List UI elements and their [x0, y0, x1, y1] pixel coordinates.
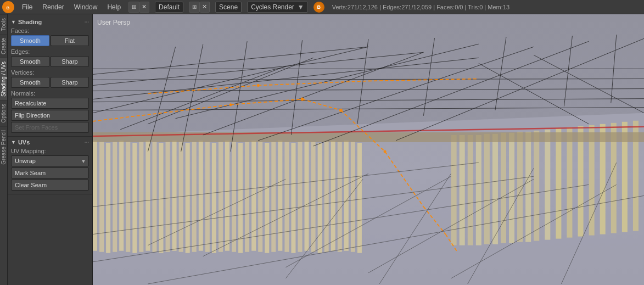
scene-icon-btn[interactable]: ⊞: [189, 2, 200, 13]
svg-point-105: [339, 109, 343, 112]
faces-btn-row: Smooth Flat: [11, 35, 89, 46]
menu-help[interactable]: Help: [103, 2, 125, 12]
faces-label: Faces:: [11, 27, 89, 34]
svg-rect-33: [284, 142, 289, 252]
svg-rect-39: [324, 142, 329, 252]
svg-rect-46: [460, 135, 465, 245]
svg-rect-57: [556, 128, 561, 239]
svg-rect-9: [126, 142, 130, 252]
svg-point-107: [229, 103, 232, 106]
svg-rect-36: [305, 141, 309, 251]
recalculate-btn[interactable]: Recalculate: [11, 98, 89, 109]
menu-window[interactable]: Window: [70, 2, 102, 12]
edges-label: Edges:: [11, 48, 89, 55]
svg-rect-13: [152, 142, 156, 252]
tab-tools[interactable]: Tools: [0, 14, 7, 34]
workspace-selector[interactable]: Default: [155, 2, 183, 13]
shading-section-header[interactable]: ▼ Shading ···: [11, 19, 89, 25]
set-from-faces-btn: Set From Faces: [11, 122, 89, 133]
svg-rect-28: [251, 141, 256, 251]
main-layout: Tools Create Shading / UVs Options Greas…: [0, 14, 644, 285]
svg-rect-52: [509, 133, 514, 243]
menu-file[interactable]: File: [18, 2, 37, 12]
svg-rect-25: [232, 142, 236, 252]
clear-seam-btn[interactable]: Clear Seam: [11, 180, 89, 191]
scene-selector[interactable]: Scene: [215, 2, 242, 13]
svg-rect-49: [484, 134, 490, 244]
svg-rect-32: [278, 141, 282, 251]
mark-seam-btn[interactable]: Mark Seam: [11, 167, 89, 178]
workspace-close-btn[interactable]: ✕: [139, 2, 149, 13]
tab-grease-pencil[interactable]: Grease Pencil: [0, 126, 7, 168]
svg-rect-37: [311, 142, 316, 252]
svg-rect-43: [351, 142, 355, 252]
svg-rect-48: [476, 135, 481, 245]
svg-rect-58: [567, 127, 572, 238]
unwrap-dropdown[interactable]: Unwrap ▼: [11, 155, 89, 166]
top-bar: B File Render Window Help ⊞ ✕ Default ⊞ …: [0, 0, 644, 14]
uv-mapping-label: UV Mapping:: [11, 148, 89, 154]
svg-point-108: [257, 84, 260, 87]
svg-point-106: [384, 150, 387, 153]
edges-sharp-btn[interactable]: Sharp: [51, 56, 89, 67]
svg-rect-42: [344, 141, 349, 251]
vertices-btn-row: Smooth Sharp: [11, 77, 89, 88]
svg-rect-19: [192, 142, 197, 252]
blender-logo[interactable]: B: [2, 1, 14, 13]
viewport-scene: [93, 14, 644, 285]
uvs-title: UVs: [18, 139, 30, 146]
svg-rect-45: [451, 135, 457, 245]
vertices-smooth-btn[interactable]: Smooth: [11, 77, 49, 88]
workspace-grid-btn[interactable]: ⊞: [128, 2, 139, 13]
svg-rect-18: [186, 143, 190, 253]
svg-rect-41: [338, 142, 342, 252]
shading-section: ▼ Shading ··· Faces: Smooth Flat Edges: …: [8, 16, 92, 137]
edges-btn-row: Smooth Sharp: [11, 56, 89, 67]
faces-flat-btn[interactable]: Flat: [51, 35, 89, 46]
svg-rect-26: [238, 143, 243, 253]
blender-icon-small: B: [313, 2, 324, 13]
svg-rect-15: [166, 142, 170, 252]
svg-rect-22: [212, 143, 216, 253]
normals-label: Normals:: [11, 90, 89, 97]
svg-rect-65: [93, 132, 644, 142]
vertices-sharp-btn[interactable]: Sharp: [51, 77, 89, 88]
left-tabs: Tools Create Shading / UVs Options Greas…: [0, 14, 8, 285]
tab-create[interactable]: Create: [0, 34, 7, 58]
viewport-label: User Persp: [97, 19, 130, 26]
svg-rect-10: [132, 143, 137, 253]
svg-rect-47: [468, 135, 473, 245]
render-engine-selector[interactable]: Cycles Render ▼: [247, 2, 308, 13]
svg-rect-11: [139, 142, 143, 252]
unwrap-dropdown-arrow: ▼: [81, 158, 86, 164]
svg-rect-40: [331, 141, 335, 251]
svg-rect-34: [291, 143, 295, 253]
svg-rect-14: [159, 143, 163, 253]
edges-smooth-btn[interactable]: Smooth: [11, 56, 49, 67]
svg-rect-55: [534, 131, 539, 241]
viewport-3d[interactable]: User Persp: [93, 14, 644, 285]
svg-rect-24: [225, 141, 229, 251]
faces-smooth-btn[interactable]: Smooth: [11, 35, 49, 46]
tab-options[interactable]: Options: [0, 100, 7, 126]
svg-rect-35: [298, 142, 302, 252]
scene-close-btn[interactable]: ✕: [200, 2, 210, 13]
svg-text:B: B: [7, 5, 10, 10]
svg-rect-21: [205, 142, 210, 252]
svg-rect-5: [99, 142, 104, 252]
tool-panel: ▼ Shading ··· Faces: Smooth Flat Edges: …: [8, 14, 93, 285]
svg-rect-59: [578, 126, 584, 237]
svg-rect-50: [492, 134, 498, 244]
svg-rect-8: [119, 141, 124, 251]
uvs-section-header[interactable]: ▼ UVs ···: [11, 139, 89, 146]
svg-rect-6: [106, 143, 110, 253]
flip-direction-btn[interactable]: Flip Direction: [11, 110, 89, 121]
svg-rect-56: [545, 130, 550, 240]
tab-shading-uvs[interactable]: Shading / UVs: [0, 58, 7, 100]
shading-collapse-arrow: ▼: [11, 19, 16, 25]
svg-rect-31: [271, 142, 276, 252]
uvs-collapse-arrow: ▼: [11, 139, 16, 145]
uvs-section: ▼ UVs ··· UV Mapping: Unwrap ▼ Mark Seam…: [8, 137, 92, 194]
menu-render[interactable]: Render: [38, 2, 68, 12]
svg-rect-20: [199, 141, 203, 251]
